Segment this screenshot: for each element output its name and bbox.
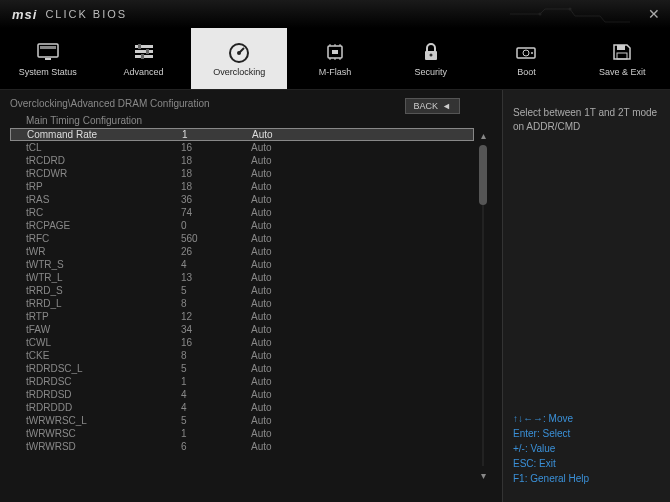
table-row[interactable]: tRCPAGE0Auto <box>10 219 474 232</box>
param-value: 560 <box>181 233 251 244</box>
param-name: tFAW <box>26 324 181 335</box>
sliders-icon <box>130 41 158 63</box>
nav-overclocking[interactable]: Overclocking <box>191 28 287 89</box>
nav-advanced[interactable]: Advanced <box>96 28 192 89</box>
param-name: tRRD_S <box>26 285 181 296</box>
back-button[interactable]: BACK ◄ <box>405 98 460 114</box>
table-row[interactable]: tCKE8Auto <box>10 349 474 362</box>
svg-rect-14 <box>332 50 338 54</box>
table-row[interactable]: tRFC560Auto <box>10 232 474 245</box>
param-value: 0 <box>181 220 251 231</box>
param-value: 4 <box>181 402 251 413</box>
svg-point-12 <box>237 51 241 55</box>
svg-point-22 <box>429 53 432 56</box>
param-name: tRDRDDD <box>26 402 181 413</box>
param-name: tWR <box>26 246 181 257</box>
back-arrow-icon: ◄ <box>442 101 451 111</box>
param-value: 26 <box>181 246 251 257</box>
param-name: tCWL <box>26 337 181 348</box>
nav-label: Security <box>414 67 447 77</box>
nav-security[interactable]: Security <box>383 28 479 89</box>
table-row[interactable]: tRRD_S5Auto <box>10 284 474 297</box>
param-mode: Auto <box>251 337 474 348</box>
save-icon <box>608 41 636 63</box>
table-row[interactable]: tWTR_S4Auto <box>10 258 474 271</box>
main-panel: Overclocking\Advanced DRAM Configuration… <box>0 90 502 502</box>
table-row[interactable]: tRCDWR18Auto <box>10 167 474 180</box>
table-row[interactable]: tRC74Auto <box>10 206 474 219</box>
param-name: Command Rate <box>27 129 182 140</box>
nav-label: System Status <box>19 67 77 77</box>
table-row[interactable]: tWTR_L13Auto <box>10 271 474 284</box>
param-name: tRTP <box>26 311 181 322</box>
nav-save-exit[interactable]: Save & Exit <box>574 28 670 89</box>
param-name: tWRWRSC_L <box>26 415 181 426</box>
nav-system-status[interactable]: System Status <box>0 28 96 89</box>
svg-rect-8 <box>138 44 141 49</box>
content-area: Overclocking\Advanced DRAM Configuration… <box>0 90 670 502</box>
param-name: tRCDWR <box>26 168 181 179</box>
table-row[interactable]: Command Rate1Auto <box>10 128 474 141</box>
table-row[interactable]: tRDRDSC_L5Auto <box>10 362 474 375</box>
param-mode: Auto <box>251 246 474 257</box>
param-mode: Auto <box>251 168 474 179</box>
table-row[interactable]: tRCDRD18Auto <box>10 154 474 167</box>
table-row[interactable]: tFAW34Auto <box>10 323 474 336</box>
param-name: tWRWRSD <box>26 441 181 452</box>
table-row[interactable]: tWRWRSD6Auto <box>10 440 474 453</box>
table-row[interactable]: tCWL16Auto <box>10 336 474 349</box>
param-mode: Auto <box>251 324 474 335</box>
nav-mflash[interactable]: M-Flash <box>287 28 383 89</box>
scroll-up-icon[interactable]: ▴ <box>481 130 486 141</box>
help-text: Select between 1T and 2T mode on ADDR/CM… <box>513 106 660 134</box>
svg-rect-6 <box>135 50 153 53</box>
section-title: Main Timing Configuration <box>26 115 492 126</box>
param-mode: Auto <box>251 376 474 387</box>
param-name: tRRD_L <box>26 298 181 309</box>
param-value: 36 <box>181 194 251 205</box>
svg-point-0 <box>539 13 542 16</box>
nav-label: Boot <box>517 67 536 77</box>
timing-table[interactable]: Command Rate1AutotCL16AutotRCDRD18AutotR… <box>10 128 474 483</box>
nav-boot[interactable]: Boot <box>479 28 575 89</box>
table-row[interactable]: tRTP12Auto <box>10 310 474 323</box>
param-mode: Auto <box>251 428 474 439</box>
main-nav: System Status Advanced Overclocking M-Fl… <box>0 28 670 90</box>
table-row[interactable]: tWRWRSC_L5Auto <box>10 414 474 427</box>
table-row[interactable]: tCL16Auto <box>10 141 474 154</box>
chip-icon <box>321 41 349 63</box>
param-mode: Auto <box>251 441 474 452</box>
table-row[interactable]: tRDRDDD4Auto <box>10 401 474 414</box>
title-bar: msi CLICK BIOS ✕ <box>0 0 670 28</box>
param-name: tRC <box>26 207 181 218</box>
scrollbar[interactable]: ▴ ▾ <box>474 128 492 483</box>
svg-rect-4 <box>45 58 51 60</box>
param-name: tWTR_S <box>26 259 181 270</box>
scroll-track[interactable] <box>482 145 484 466</box>
gauge-icon <box>225 41 253 63</box>
table-row[interactable]: tRAS36Auto <box>10 193 474 206</box>
table-row[interactable]: tRDRDSD4Auto <box>10 388 474 401</box>
table-row[interactable]: tWR26Auto <box>10 245 474 258</box>
key-f1: F1: General Help <box>513 471 660 486</box>
table-row[interactable]: tWRWRSC1Auto <box>10 427 474 440</box>
close-icon[interactable]: ✕ <box>648 6 660 22</box>
table-row[interactable]: tRDRDSC1Auto <box>10 375 474 388</box>
table-row[interactable]: tRRD_L8Auto <box>10 297 474 310</box>
scroll-thumb[interactable] <box>479 145 487 205</box>
param-name: tRCDRD <box>26 155 181 166</box>
drive-icon <box>512 41 540 63</box>
param-mode: Auto <box>252 129 473 140</box>
param-mode: Auto <box>251 350 474 361</box>
param-mode: Auto <box>251 415 474 426</box>
svg-rect-9 <box>146 49 149 54</box>
table-row[interactable]: tRP18Auto <box>10 180 474 193</box>
svg-point-24 <box>523 50 529 56</box>
scroll-down-icon[interactable]: ▾ <box>481 470 486 481</box>
product-name: CLICK BIOS <box>45 8 127 20</box>
svg-rect-26 <box>617 45 625 50</box>
param-name: tRAS <box>26 194 181 205</box>
param-value: 74 <box>181 207 251 218</box>
param-name: tRDRDSC_L <box>26 363 181 374</box>
svg-point-1 <box>569 8 572 11</box>
